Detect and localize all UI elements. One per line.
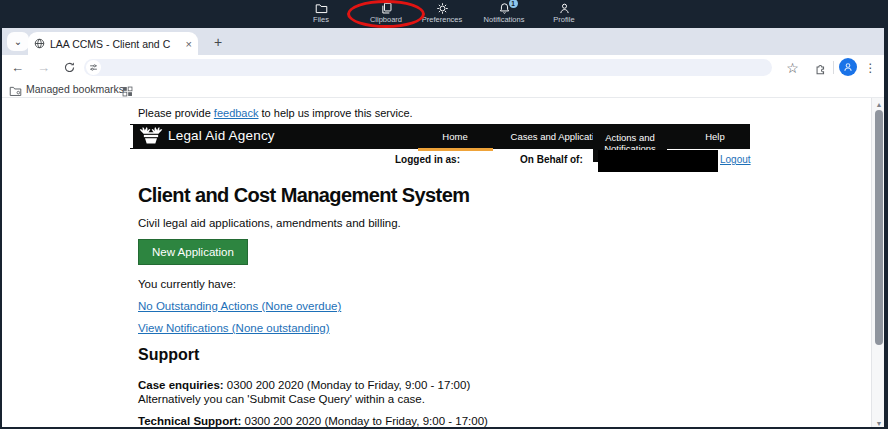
files-icon: [315, 2, 328, 15]
brand-title: Legal Aid Agency: [168, 128, 275, 143]
page-title: Client and Cost Management System: [138, 184, 469, 207]
case-enquiries-label: Case enquiries:: [138, 379, 224, 391]
crown-logo-icon: [139, 126, 163, 150]
topbar-item-preferences[interactable]: Preferences: [411, 2, 473, 24]
page-viewport: Please provide feedback to help us impro…: [0, 98, 871, 429]
technical-support-label: Technical Support:: [138, 415, 241, 427]
feedback-prefix: Please provide: [138, 107, 211, 119]
technical-support-line: Technical Support: 0300 200 2020 (Monday…: [138, 415, 488, 427]
more-menu-icon[interactable]: ⋮: [861, 58, 880, 77]
page-scrollbar[interactable]: ▲ ▼: [871, 98, 885, 429]
notification-badge: 1: [509, 0, 518, 8]
case-enquiries-line: Case enquiries: 0300 200 2020 (Monday to…: [138, 379, 470, 391]
tab-close-icon[interactable]: ×: [186, 38, 192, 50]
scrollbar-thumb[interactable]: [875, 110, 883, 345]
managed-bookmarks-label[interactable]: Managed bookmarks: [26, 83, 124, 95]
support-heading: Support: [138, 346, 199, 364]
technical-support-value: 0300 200 2020 (Monday to Friday, 9:00 - …: [245, 415, 488, 427]
on-behalf-label: On Behalf of:: [520, 154, 583, 165]
site-settings-tune-icon[interactable]: [86, 60, 101, 75]
topbar-item-clipboard[interactable]: Clipboard: [355, 2, 417, 24]
nav-help[interactable]: Help: [695, 131, 735, 142]
new-application-button[interactable]: New Application: [138, 239, 248, 265]
browser-tab-strip: ⌄ LAA CCMS - Client and C × +: [0, 28, 888, 55]
topbar-label: Profile: [553, 16, 574, 24]
logged-in-label: Logged in as:: [395, 154, 460, 165]
extensions-puzzle-icon[interactable]: [811, 58, 830, 77]
scroll-down-icon[interactable]: ▼: [872, 417, 886, 429]
nav-home[interactable]: Home: [430, 131, 480, 142]
topbar-label: Clipboard: [370, 16, 402, 24]
topbar-label: Preferences: [422, 16, 462, 24]
chevron-down-icon: ⌄: [14, 36, 22, 47]
laa-header: Legal Aid Agency Home Cases and Applicat…: [130, 124, 750, 149]
bookmarks-bar: Managed bookmarks: [0, 80, 888, 98]
feedback-line: Please provide feedback to help us impro…: [138, 107, 413, 119]
login-row: Logged in as: On Behalf of: Logout: [0, 150, 871, 172]
profile-person-icon: [558, 2, 571, 15]
redaction-box: [598, 150, 718, 172]
preferences-gear-icon: [436, 2, 449, 15]
notifications-bell-icon: 1: [498, 2, 511, 15]
browser-profile-avatar[interactable]: [839, 58, 857, 76]
globe-favicon-icon: [34, 38, 45, 49]
currently-have-text: You currently have:: [138, 278, 236, 290]
reload-icon[interactable]: [60, 58, 79, 77]
outstanding-actions-link[interactable]: No Outstanding Actions (None overdue): [138, 300, 341, 312]
nav-line1: Actions and: [605, 132, 655, 143]
browser-tab-active[interactable]: LAA CCMS - Client and C ×: [28, 32, 198, 55]
tab-search-button[interactable]: ⌄: [7, 32, 29, 51]
page-subtitle: Civil legal aid applications, amendments…: [138, 217, 401, 229]
address-bar[interactable]: [84, 59, 772, 76]
topbar-item-files[interactable]: Files: [290, 2, 352, 24]
new-tab-button[interactable]: +: [208, 32, 228, 52]
back-icon[interactable]: ←: [8, 58, 27, 77]
logout-link[interactable]: Logout: [720, 154, 751, 165]
topbar-label: Files: [313, 16, 329, 24]
clipboard-icon: [380, 2, 393, 15]
forward-icon[interactable]: →: [34, 58, 53, 77]
case-alternative-line: Alternatively you can 'Submit Case Query…: [138, 393, 425, 405]
bookmark-star-icon[interactable]: ☆: [783, 58, 802, 77]
scroll-up-icon[interactable]: ▲: [872, 98, 886, 110]
toolbar-separator: [833, 61, 834, 74]
view-notifications-link[interactable]: View Notifications (None outstanding): [138, 322, 330, 334]
topbar-item-profile[interactable]: Profile: [533, 2, 595, 24]
feedback-link[interactable]: feedback: [214, 107, 259, 119]
feedback-suffix: to help us improve this service.: [262, 107, 413, 119]
browser-toolbar: ← → ☆ ⋮: [0, 55, 888, 80]
header-left-bar: [130, 125, 133, 148]
case-enquiries-value: 0300 200 2020 (Monday to Friday, 9:00 - …: [227, 379, 470, 391]
topbar-label: Notifications: [484, 16, 525, 24]
screen: Files Clipboard Preferences 1 Notificati…: [0, 0, 888, 429]
topbar-item-notifications[interactable]: 1 Notifications: [473, 2, 535, 24]
tab-title: LAA CCMS - Client and C: [50, 38, 182, 50]
system-topbar: Files Clipboard Preferences 1 Notificati…: [0, 0, 888, 28]
